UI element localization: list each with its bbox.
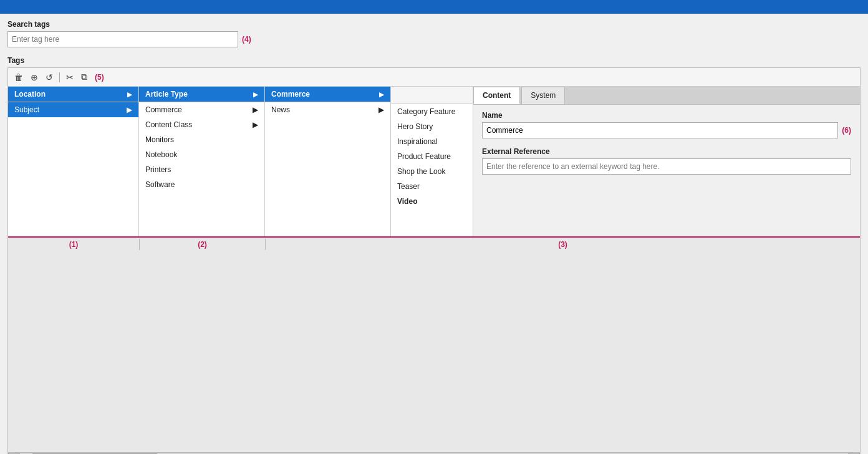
product-feature-label: Product Feature	[397, 152, 451, 161]
category-feature-item[interactable]: Category Feature	[391, 104, 473, 119]
category-feature-label: Category Feature	[397, 107, 455, 116]
software-item[interactable]: Software	[139, 177, 264, 192]
news-item[interactable]: News ▶	[265, 102, 390, 117]
annotation-row: (1) (2) (3)	[8, 236, 860, 251]
toolbar: 🗑 ⊕ ↺ ✂ ⧉ (5)	[8, 68, 860, 87]
notebook-item[interactable]: Notebook	[139, 147, 264, 162]
name-input[interactable]	[482, 122, 838, 138]
annot-col2: (2)	[139, 239, 265, 250]
annot-col3: (3)	[265, 239, 860, 250]
content-class-arrow: ▶	[253, 120, 258, 129]
inspirational-label: Inspirational	[397, 137, 438, 146]
subject-item[interactable]: Subject ▶	[8, 102, 138, 117]
shop-the-look-item[interactable]: Shop the Look	[391, 164, 473, 179]
top-bar	[0, 0, 868, 14]
detail-tabs: Content System	[473, 87, 860, 105]
printers-label: Printers	[145, 165, 171, 174]
column-article-type: Article Type ▶ Commerce ▶ Content Class …	[139, 87, 265, 236]
toolbar-annotation: (5)	[95, 73, 104, 82]
detail-panel: Content System Name (6) External Referen…	[473, 87, 860, 236]
shop-the-look-label: Shop the Look	[397, 167, 445, 176]
monitors-label: Monitors	[145, 135, 174, 144]
subject-label: Subject	[14, 105, 39, 114]
tab-system[interactable]: System	[521, 87, 565, 104]
search-label: Search tags	[7, 20, 861, 29]
news-label: News	[271, 105, 290, 114]
content-class-item[interactable]: Content Class ▶	[139, 117, 264, 132]
name-field-label: Name	[482, 111, 851, 120]
name-row: (6)	[482, 122, 851, 138]
commerce-item[interactable]: Commerce ▶	[139, 102, 264, 117]
column-location: Location ▶ Subject ▶	[8, 87, 139, 236]
hero-story-item[interactable]: Hero Story	[391, 119, 473, 134]
commerce-header-label: Commerce	[271, 90, 310, 99]
news-arrow: ▶	[379, 105, 384, 114]
article-type-header: Article Type ▶	[139, 87, 264, 102]
location-header-arrow: ▶	[127, 91, 132, 98]
commerce-header: Commerce ▶	[265, 87, 390, 102]
commerce-item-label: Commerce	[145, 105, 182, 114]
column-commerce: Commerce ▶ News ▶	[265, 87, 391, 236]
location-header: Location ▶	[8, 87, 138, 102]
monitors-item[interactable]: Monitors	[139, 132, 264, 147]
refresh-button[interactable]: ↺	[43, 71, 55, 84]
software-label: Software	[145, 180, 175, 189]
hero-story-label: Hero Story	[397, 122, 433, 131]
tags-panel: 🗑 ⊕ ↺ ✂ ⧉ (5) Location ▶ Subject ▶	[7, 67, 861, 454]
delete-button[interactable]: 🗑	[12, 71, 26, 84]
teaser-item[interactable]: Teaser	[391, 179, 473, 194]
add-button[interactable]: ⊕	[28, 71, 41, 84]
detail-body: Name (6) External Reference	[473, 105, 860, 181]
search-section: Search tags (4)	[7, 20, 861, 47]
tab-content[interactable]: Content	[473, 87, 520, 104]
search-input[interactable]	[7, 31, 238, 47]
commerce-header-arrow: ▶	[379, 91, 384, 98]
column-subtypes: Category Feature Hero Story Inspirationa…	[391, 87, 473, 236]
commerce-item-arrow: ▶	[253, 105, 258, 114]
notebook-label: Notebook	[145, 150, 177, 159]
tags-label: Tags	[7, 56, 861, 65]
article-type-header-label: Article Type	[145, 90, 188, 99]
name-annotation: (6)	[842, 126, 851, 135]
toolbar-divider	[59, 72, 60, 82]
article-type-arrow: ▶	[253, 91, 258, 98]
cut-button[interactable]: ✂	[64, 71, 76, 84]
product-feature-item[interactable]: Product Feature	[391, 149, 473, 164]
video-label: Video	[397, 197, 417, 206]
teaser-label: Teaser	[397, 182, 420, 191]
location-header-label: Location	[14, 90, 46, 99]
bottom-area: ◀ ▶	[8, 251, 860, 454]
printers-item[interactable]: Printers	[139, 162, 264, 177]
content-class-label: Content Class	[145, 120, 192, 129]
inspirational-item[interactable]: Inspirational	[391, 134, 473, 149]
external-ref-label: External Reference	[482, 147, 851, 156]
search-annotation: (4)	[242, 35, 251, 44]
annot-col1: (1)	[8, 239, 139, 250]
external-ref-input[interactable]	[482, 158, 851, 175]
video-item[interactable]: Video	[391, 194, 473, 209]
copy-button[interactable]: ⧉	[79, 70, 90, 84]
subject-arrow: ▶	[127, 105, 132, 114]
columns-wrapper: Location ▶ Subject ▶ Article Type ▶ Comm…	[8, 87, 860, 236]
